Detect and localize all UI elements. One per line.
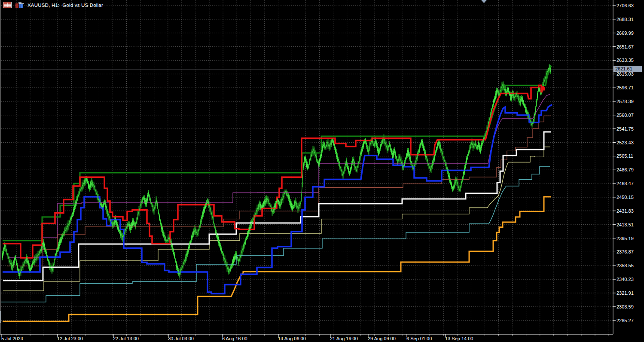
y-axis-label: 2596.71 (617, 85, 634, 90)
y-axis-label: 2505.11 (617, 153, 633, 159)
chart-titlebar: XAUUSD, H1: Gold vs US Dollar (3, 1, 103, 9)
x-axis-label: 14 Aug 06:00 (278, 336, 306, 341)
x-axis-label: 5 Jul 2024 (1, 336, 23, 341)
x-axis-label: 30 Jul 03:00 (168, 336, 194, 341)
y-axis-label: 2468.47 (617, 181, 634, 186)
x-axis-label: 13 Sep 14:00 (445, 336, 473, 341)
x-axis-label: 6 Aug 16:00 (222, 336, 247, 341)
y-axis[interactable]: 2706.632688.312669.992651.672633.352615.… (613, 3, 634, 323)
y-axis-label: 2615.03 (617, 71, 634, 76)
x-axis-label: 21 Aug 19:00 (330, 336, 358, 341)
y-axis-label: 2340.23 (617, 277, 634, 282)
y-axis-label: 2651.67 (617, 44, 634, 49)
y-axis-label: 2450.15 (617, 195, 634, 200)
x-axis[interactable]: 5 Jul 202412 Jul 23:0022 Jul 13:0030 Jul… (1, 334, 609, 341)
y-axis-label: 2486.79 (617, 167, 634, 172)
y-axis-label: 2560.07 (617, 113, 634, 118)
bar-chart-icon (15, 1, 24, 9)
y-axis-label: 2688.31 (617, 17, 634, 22)
y-axis-label: 2376.87 (617, 249, 634, 254)
current-price-box: 2621.61 (613, 66, 642, 72)
x-axis-label: 12 Jul 23:00 (57, 336, 83, 341)
y-axis-label: 2633.35 (617, 58, 634, 63)
y-axis-label: 2285.27 (617, 318, 634, 323)
chart-title: XAUUSD, H1: Gold vs US Dollar (27, 3, 103, 8)
y-axis-label: 2431.83 (617, 208, 634, 214)
left-border (0, 0, 1, 334)
chart-window: 2706.632688.312669.992651.672633.352615.… (0, 0, 644, 342)
x-axis-label: 6 Sep 01:00 (406, 336, 432, 341)
y-axis-label: 2706.63 (617, 3, 634, 8)
time-marker-icon (481, 0, 487, 3)
x-axis-label: 29 Aug 09:00 (368, 336, 396, 341)
series-stop-line-orange (3, 197, 551, 321)
series-level-cyan (1, 166, 550, 302)
x-axis-label: 22 Jul 13:00 (113, 336, 139, 341)
y-axis-label: 2669.99 (617, 31, 634, 36)
y-axis-label: 2541.75 (617, 126, 634, 131)
chart-plot-area[interactable]: 2706.632688.312669.992651.672633.352615.… (0, 0, 644, 342)
scrollbar-thumb (0, 311, 1, 323)
table-icon (3, 1, 12, 9)
current-price-value: 2621.61 (615, 66, 632, 71)
y-axis-label: 2413.51 (617, 222, 634, 227)
time-marker (481, 0, 487, 3)
y-axis-label: 2395.19 (617, 236, 634, 241)
candles (3, 64, 550, 279)
y-axis-label: 2303.59 (617, 304, 634, 309)
y-axis-label: 2578.39 (617, 99, 634, 104)
y-axis-label: 2523.43 (617, 140, 634, 145)
y-axis-label: 2358.55 (617, 263, 634, 268)
y-axis-label: 2321.91 (617, 290, 634, 296)
